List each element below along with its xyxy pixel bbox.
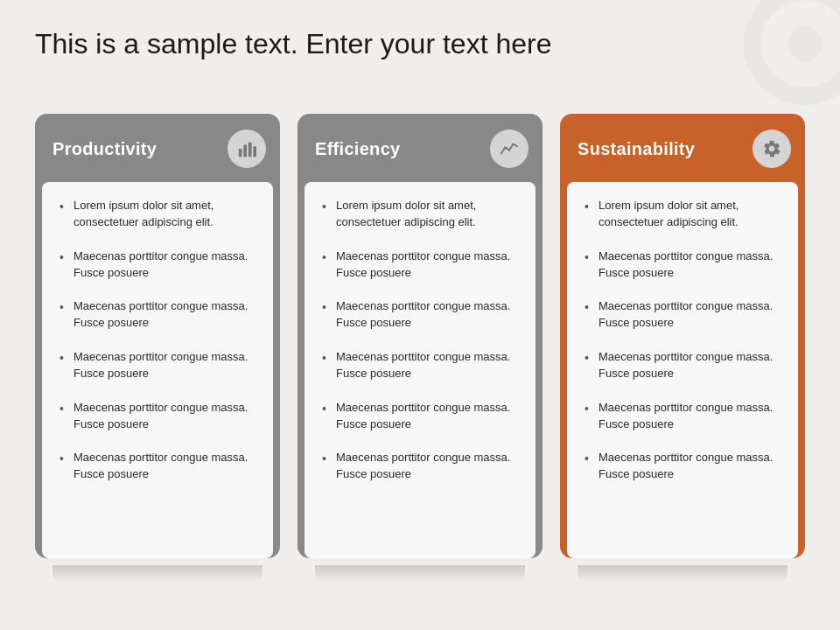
card-outer-productivity: Productivity Lorem ipsum dolor sit amet,… [35,114,280,558]
card-title-efficiency: Efficiency [315,139,400,159]
card-inner-efficiency: Lorem ipsum dolor sit amet, consectetuer… [304,182,536,558]
bullet-item: Lorem ipsum dolor sit amet, consectetuer… [322,198,522,231]
card-header-efficiency: Efficiency [298,114,542,182]
svg-rect-4 [248,143,252,158]
bullet-list-productivity: Lorem ipsum dolor sit amet, consectetuer… [60,198,259,483]
svg-point-1 [788,26,822,61]
card-outer-efficiency: Efficiency Lorem ipsum dolor sit amet, c… [298,114,542,558]
bullet-list-sustainability: Lorem ipsum dolor sit amet, consectetuer… [584,198,784,483]
bar-chart-icon [237,139,256,158]
line-chart-icon [500,139,519,158]
bullet-item: Maecenas porttitor congue massa. Fusce p… [60,349,259,382]
bullet-item: Maecenas porttitor congue massa. Fusce p… [584,248,784,282]
page-title: This is a sample text. Enter your text h… [35,28,551,60]
bullet-item: Maecenas porttitor congue massa. Fusce p… [60,298,259,332]
bullet-item: Lorem ipsum dolor sit amet, consectetuer… [60,198,259,231]
card-header-productivity: Productivity [35,114,280,182]
card-shadow-efficiency [315,565,525,583]
bullet-item: Lorem ipsum dolor sit amet, consectetuer… [584,198,784,231]
bullet-item: Maecenas porttitor congue massa. Fusce p… [60,400,259,433]
svg-rect-3 [243,144,247,157]
cards-container: Productivity Lorem ipsum dolor sit amet,… [35,114,805,583]
card-title-productivity: Productivity [52,139,157,159]
card-wrapper-efficiency: Efficiency Lorem ipsum dolor sit amet, c… [298,114,542,583]
card-inner-productivity: Lorem ipsum dolor sit amet, consectetuer… [42,182,273,558]
card-header-sustainability: Sustainability [560,114,805,182]
bullet-item: Maecenas porttitor congue massa. Fusce p… [322,349,522,382]
bullet-item: Maecenas porttitor congue massa. Fusce p… [322,450,522,483]
card-shadow-productivity [52,565,262,583]
bullet-list-efficiency: Lorem ipsum dolor sit amet, consectetuer… [322,198,522,483]
card-title-sustainability: Sustainability [578,139,695,159]
bullet-item: Maecenas porttitor congue massa. Fusce p… [60,450,259,483]
bullet-item: Maecenas porttitor congue massa. Fusce p… [584,298,784,332]
gear-icon [762,139,781,158]
svg-rect-5 [253,146,256,157]
bullet-item: Maecenas porttitor congue massa. Fusce p… [584,400,784,433]
bullet-item: Maecenas porttitor congue massa. Fusce p… [322,400,522,433]
svg-point-0 [752,0,840,96]
card-icon-circle-productivity [228,130,266,168]
card-icon-circle-efficiency [490,130,528,168]
card-icon-circle-sustainability [752,130,791,168]
card-inner-sustainability: Lorem ipsum dolor sit amet, consectetuer… [567,182,798,558]
bullet-item: Maecenas porttitor congue massa. Fusce p… [584,450,784,483]
card-wrapper-productivity: Productivity Lorem ipsum dolor sit amet,… [35,114,280,583]
card-wrapper-sustainability: Sustainability Lorem ipsum dolor sit ame… [560,114,805,583]
bullet-item: Maecenas porttitor congue massa. Fusce p… [322,298,522,332]
card-shadow-sustainability [578,565,788,583]
bullet-item: Maecenas porttitor congue massa. Fusce p… [584,349,784,382]
bullet-item: Maecenas porttitor congue massa. Fusce p… [322,248,522,282]
card-outer-sustainability: Sustainability Lorem ipsum dolor sit ame… [560,114,805,558]
bullet-item: Maecenas porttitor congue massa. Fusce p… [60,248,259,282]
svg-rect-2 [239,149,242,157]
